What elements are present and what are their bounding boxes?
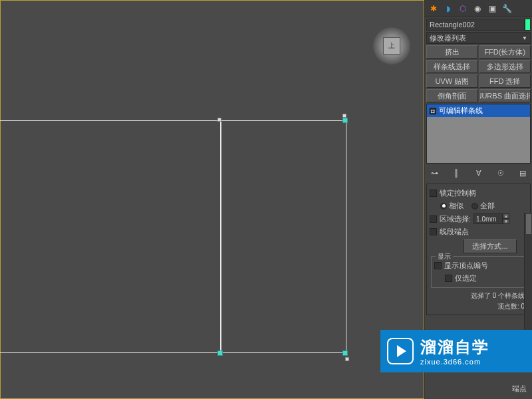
area-select-spinner: ▲ ▼	[473, 213, 509, 224]
segment-end-label: 线段端点	[440, 227, 469, 237]
create-tab-icon[interactable]: ✱	[428, 3, 440, 15]
similar-radio[interactable]	[440, 203, 447, 209]
pin-stack-icon[interactable]: ⊶	[429, 168, 440, 178]
ffd-box-button[interactable]: FFD(长方体)	[479, 45, 531, 59]
modifier-list-label: 修改器列表	[430, 33, 466, 43]
utilities-tab-icon[interactable]: 🔧	[501, 3, 513, 15]
area-select-label: 区域选择:	[440, 214, 471, 224]
hierarchy-tab-icon[interactable]: ⬡	[457, 3, 469, 15]
handle-mode-row: 相似 全部	[430, 200, 527, 212]
display-tab-icon[interactable]: ▣	[486, 3, 498, 15]
show-vertex-numbers-checkbox[interactable]	[434, 262, 442, 269]
area-select-row: 区域选择: ▲ ▼	[430, 212, 527, 225]
vertex[interactable]	[342, 118, 348, 123]
modifier-buttons: 挤出 FFD(长方体) 样条线选择 多边形选择 UVW 贴图 FFD 选择 倒角…	[426, 45, 531, 102]
spline-select-button[interactable]: 样条线选择	[426, 60, 478, 73]
display-group-title: 显示	[436, 252, 453, 261]
ffd-select-button[interactable]: FFD 选择	[479, 74, 531, 88]
lock-handles-label: 锁定控制柄	[440, 188, 476, 198]
vertex[interactable]	[345, 357, 349, 361]
motion-tab-icon[interactable]: ◉	[471, 3, 483, 15]
vertex[interactable]	[342, 350, 348, 356]
spinner-down-icon[interactable]: ▼	[503, 219, 509, 224]
lock-handles-checkbox[interactable]	[430, 190, 437, 197]
viewcube-face[interactable]: 上	[383, 37, 400, 55]
extrude-button[interactable]: 挤出	[426, 45, 478, 59]
modify-tab-icon[interactable]: ◗	[442, 3, 454, 15]
stack-item-editable-spline[interactable]: ◘ 可编辑样条线	[427, 104, 530, 117]
viewcube[interactable]: 上	[373, 27, 410, 65]
modifier-stack[interactable]: ◘ 可编辑样条线	[426, 104, 531, 164]
scrollbar-thumb[interactable]	[526, 214, 531, 234]
spinner-up-icon[interactable]: ▲	[503, 213, 509, 219]
expand-icon[interactable]: ◘	[430, 108, 436, 114]
object-name-field[interactable]	[426, 19, 525, 31]
configure-sets-icon[interactable]: ▤	[517, 168, 528, 178]
selected-only-row: 仅选定	[434, 272, 523, 285]
vertex-count-status: 顶点数: 0	[430, 301, 527, 312]
segment-end-row: 线段端点	[430, 225, 527, 238]
vertex[interactable]	[217, 118, 221, 122]
rectangle-midline	[220, 120, 221, 353]
stack-toolbar: ⊶ ║ ∀ ☉ ▤	[426, 165, 531, 181]
rectangle-outline	[0, 120, 346, 353]
make-unique-icon[interactable]: ∀	[473, 168, 484, 178]
remove-modifier-icon[interactable]: ☉	[495, 168, 506, 178]
bottom-hint: 端点	[512, 384, 527, 394]
show-vertex-numbers-label: 显示顶点编号	[444, 261, 488, 271]
selected-only-checkbox[interactable]	[445, 275, 452, 282]
selected-only-label: 仅选定	[455, 273, 477, 283]
uvw-map-button[interactable]: UVW 贴图	[426, 74, 478, 88]
play-icon	[387, 338, 414, 364]
modifier-list-dropdown[interactable]: 修改器列表 ▼	[426, 32, 531, 44]
spline-count-status: 选择了 0 个样条线	[430, 291, 527, 301]
object-color-swatch[interactable]	[525, 19, 531, 31]
similar-label: 相似	[449, 201, 464, 211]
display-group: 显示 显示顶点编号 仅选定	[431, 256, 526, 288]
all-radio[interactable]	[471, 203, 478, 209]
lock-handles-row: 锁定控制柄	[430, 187, 527, 200]
vertex[interactable]	[217, 350, 223, 356]
chamfer-profile-button[interactable]: 倒角剖面	[426, 89, 478, 102]
object-name-row	[426, 19, 531, 31]
stack-item-label: 可编辑样条线	[439, 106, 483, 116]
spline-shape[interactable]	[1, 120, 353, 360]
watermark-main: 溜溜自学	[420, 336, 489, 358]
watermark-text: 溜溜自学 zixue.3d66.com	[420, 336, 489, 366]
select-mode-button[interactable]: 选择方式...	[464, 239, 517, 253]
show-end-result-icon[interactable]: ║	[451, 168, 462, 178]
watermark: 溜溜自学 zixue.3d66.com	[380, 330, 532, 372]
selection-rollout: 锁定控制柄 相似 全部 区域选择: ▲ ▼	[426, 184, 531, 315]
poly-select-button[interactable]: 多边形选择	[479, 60, 531, 73]
chevron-down-icon: ▼	[522, 35, 527, 41]
nurbs-surface-button[interactable]: NURBS 曲面选择	[479, 89, 531, 102]
area-select-value[interactable]	[473, 213, 503, 224]
watermark-sub: zixue.3d66.com	[420, 358, 489, 366]
panel-tabs: ✱ ◗ ⬡ ◉ ▣ 🔧	[425, 0, 532, 17]
all-label: 全部	[480, 201, 495, 211]
segment-end-checkbox[interactable]	[430, 228, 437, 235]
area-select-checkbox[interactable]	[430, 215, 437, 223]
viewport[interactable]: 上	[0, 0, 424, 399]
